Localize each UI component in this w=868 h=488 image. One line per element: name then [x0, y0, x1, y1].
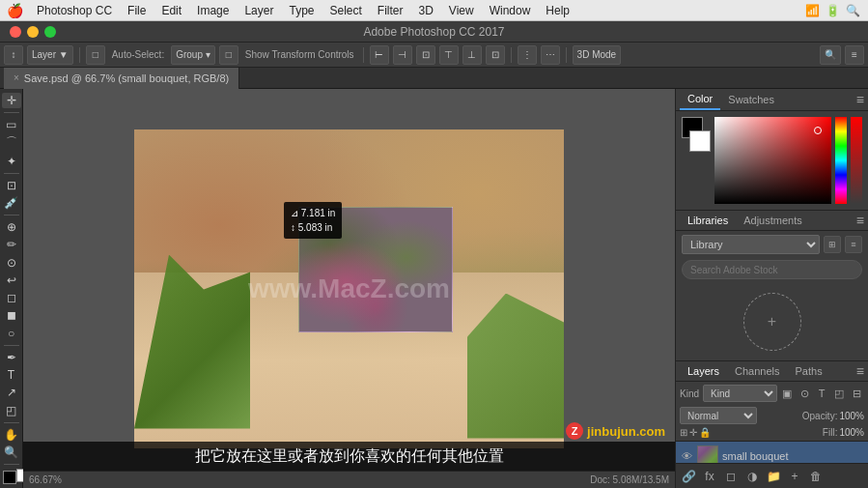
menu-edit[interactable]: Edit	[154, 0, 189, 20]
gradient-tool[interactable]: ◼	[2, 307, 21, 323]
hand-tool[interactable]: ✋	[2, 427, 21, 443]
pen-tool[interactable]: ✒	[2, 350, 21, 365]
dodge-tool[interactable]: ○	[2, 326, 21, 341]
eyedropper-tool[interactable]: 💉	[2, 195, 21, 211]
auto-select-dropdown[interactable]: Group ▾	[171, 45, 215, 65]
tool-sep3	[4, 215, 19, 215]
menu-image[interactable]: Image	[189, 0, 237, 20]
lib-add-circle[interactable]: +	[743, 293, 801, 351]
layer-group-btn[interactable]: 📁	[765, 468, 782, 485]
bg-swatch[interactable]	[689, 130, 711, 152]
menu-layer[interactable]: Layer	[237, 0, 281, 20]
layer-fx-btn[interactable]: fx	[701, 468, 718, 485]
more-btn[interactable]: ≡	[845, 45, 864, 65]
shape-tool[interactable]: ◰	[2, 402, 21, 417]
search-icon-menu[interactable]: 🔍	[846, 4, 860, 17]
align-center-btn[interactable]: ⊣	[393, 45, 412, 65]
move-tool-btn[interactable]: ↕	[4, 45, 23, 65]
adjustment-filter-btn[interactable]: ⊙	[797, 386, 812, 401]
tab-color[interactable]: Color	[680, 89, 720, 110]
layer-visibility-toggle[interactable]: 👁	[680, 449, 693, 463]
healing-tool[interactable]: ⊕	[2, 219, 21, 235]
smart-filter-btn[interactable]: ⊟	[849, 386, 864, 401]
fill-value[interactable]: 100%	[839, 427, 864, 438]
delete-layer-btn[interactable]: 🗑	[807, 468, 825, 485]
menu-filter[interactable]: Filter	[370, 0, 411, 20]
lib-grid-view[interactable]: ⊞	[824, 236, 841, 253]
apple-menu[interactable]: 🍎	[0, 3, 29, 18]
crop-tool[interactable]: ⊡	[2, 177, 21, 192]
lock-position-icon[interactable]: ✛	[689, 427, 697, 438]
layer-link-btn[interactable]: 🔗	[680, 468, 697, 485]
distribute-btn1[interactable]: ⋮	[518, 45, 537, 65]
tab-layers[interactable]: Layers	[680, 361, 727, 381]
layers-panel-menu[interactable]: ≡	[856, 363, 864, 379]
blend-mode-select[interactable]: Normal	[680, 407, 757, 424]
text-tool[interactable]: T	[2, 367, 21, 383]
align-mid-btn[interactable]: ⊥	[462, 45, 482, 65]
canvas[interactable]: ⊿ 7.181 in ↕ 5.083 in www.MacZ.com	[134, 129, 564, 448]
align-bottom-btn[interactable]: ⊡	[486, 45, 505, 65]
lasso-tool[interactable]: ⌒	[2, 134, 21, 151]
align-top-btn[interactable]: ⊤	[439, 45, 459, 65]
3d-mode-btn[interactable]: 3D Mode	[573, 45, 622, 65]
options-bar: ↕ Layer ▼ □ Auto-Select: Group ▾ □ Show …	[0, 43, 868, 68]
align-right-btn[interactable]: ⊡	[416, 45, 435, 65]
layer-row[interactable]: 👁 small bouquet	[676, 442, 868, 463]
color-cursor	[814, 127, 822, 134]
layer-kind-filter[interactable]: Kind	[703, 385, 777, 402]
alpha-slider[interactable]	[851, 117, 862, 204]
lock-all-icon[interactable]: 🔒	[699, 427, 711, 438]
menu-view[interactable]: View	[441, 0, 482, 20]
text-filter-btn[interactable]: T	[814, 386, 829, 401]
pixel-filter-btn[interactable]: ▣	[779, 386, 795, 401]
maximize-button[interactable]	[44, 26, 56, 38]
magic-wand-tool[interactable]: ✦	[2, 153, 21, 168]
lib-list-view[interactable]: ≡	[845, 236, 862, 253]
path-tool[interactable]: ↗	[2, 385, 21, 400]
marquee-tool[interactable]: ▭	[2, 117, 21, 132]
menu-type[interactable]: Type	[281, 0, 322, 20]
new-layer-btn[interactable]: +	[786, 468, 803, 485]
menu-select[interactable]: Select	[322, 0, 369, 20]
zoom-tool[interactable]: 🔍	[2, 445, 21, 460]
foreground-color[interactable]	[3, 471, 16, 484]
menu-window[interactable]: Window	[482, 0, 539, 20]
lock-pixels-icon[interactable]: ⊞	[680, 427, 687, 438]
layer-adj-btn[interactable]: ◑	[743, 468, 761, 485]
menu-help[interactable]: Help	[538, 0, 577, 20]
history-brush[interactable]: ↩	[2, 273, 21, 288]
search-btn[interactable]: 🔍	[820, 45, 841, 65]
layer-mode-btn[interactable]: Layer ▼	[27, 45, 73, 65]
lib-search-input[interactable]	[682, 260, 862, 279]
library-select[interactable]: Library	[682, 235, 820, 254]
show-transform-btn[interactable]: □	[219, 45, 238, 65]
distribute-btn2[interactable]: ⋯	[541, 45, 560, 65]
hue-slider[interactable]	[835, 117, 847, 204]
eraser-tool[interactable]: ◻	[2, 290, 21, 305]
minimize-button[interactable]	[27, 26, 39, 38]
auto-select-check[interactable]: □	[86, 45, 105, 65]
opacity-value[interactable]: 100%	[839, 411, 864, 421]
menu-file[interactable]: File	[120, 0, 154, 20]
shape-filter-btn[interactable]: ◰	[831, 386, 847, 401]
tab-paths[interactable]: Paths	[788, 361, 830, 381]
close-button[interactable]	[10, 26, 21, 38]
lib-panel-menu[interactable]: ≡	[856, 213, 864, 228]
clone-tool[interactable]: ⊙	[2, 254, 21, 270]
tab-swatches[interactable]: Swatches	[720, 90, 782, 109]
layer-mask-btn[interactable]: ◻	[722, 468, 740, 485]
color-spectrum[interactable]	[714, 117, 831, 204]
document-tab[interactable]: × Save.psd @ 66.7% (small bouquet, RGB/8…	[4, 68, 239, 89]
align-left-btn[interactable]: ⊢	[370, 45, 389, 65]
move-tool[interactable]: ✛	[2, 93, 21, 108]
fg-bg-swatches	[682, 117, 711, 152]
menu-3d[interactable]: 3D	[411, 0, 441, 20]
tab-channels[interactable]: Channels	[727, 361, 787, 381]
color-panel-menu[interactable]: ≡	[856, 92, 864, 107]
tab-libraries[interactable]: Libraries	[680, 211, 736, 230]
menu-photoshop[interactable]: Photoshop CC	[29, 0, 120, 20]
brush-tool[interactable]: ✏	[2, 237, 21, 252]
tab-adjustments[interactable]: Adjustments	[736, 211, 810, 230]
tab-close-icon[interactable]: ×	[14, 72, 19, 83]
